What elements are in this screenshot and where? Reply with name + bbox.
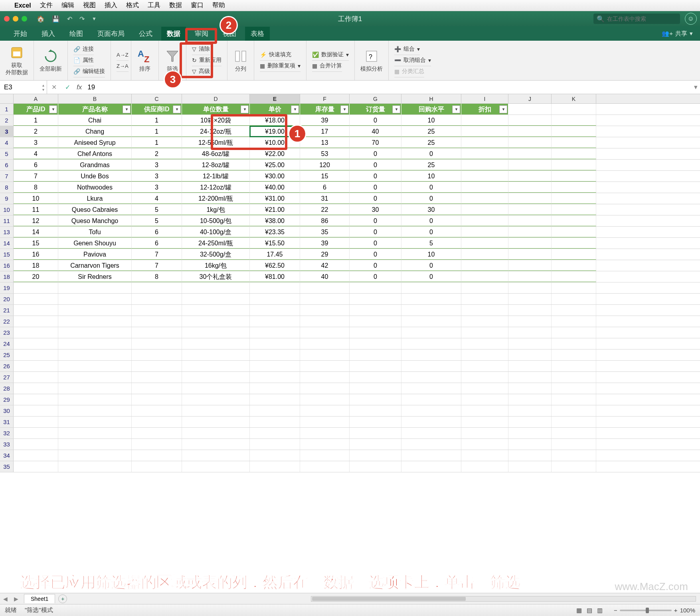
filter-dropdown-icon[interactable]: ▾ — [173, 105, 181, 113]
view-layout-icon[interactable]: ▤ — [587, 607, 592, 614]
cell[interactable]: 0 — [401, 260, 461, 271]
row-hdr[interactable]: 8 — [0, 182, 14, 193]
cell[interactable] — [350, 405, 401, 416]
ribbon-subtotal[interactable]: ▦ 分类汇总 — [394, 66, 424, 77]
cell[interactable] — [14, 305, 58, 316]
cell[interactable]: 1kg/包 — [182, 204, 250, 215]
filter-dropdown-icon[interactable]: ▾ — [392, 105, 400, 113]
tab-insert[interactable]: 插入 — [36, 27, 61, 41]
cell[interactable] — [508, 461, 552, 472]
cell[interactable] — [461, 305, 508, 316]
cell[interactable]: 32-500g/盒 — [182, 249, 250, 260]
cell[interactable] — [461, 137, 508, 148]
filter-dropdown-icon[interactable]: ▾ — [452, 105, 460, 113]
cell[interactable] — [508, 394, 552, 405]
cell[interactable] — [250, 349, 300, 360]
cell[interactable] — [461, 405, 508, 416]
cell[interactable]: 0 — [350, 215, 401, 226]
zoom-value[interactable]: 100% — [680, 607, 695, 614]
cell[interactable] — [58, 405, 132, 416]
cell[interactable]: 1 — [132, 126, 182, 137]
cell[interactable] — [508, 148, 552, 159]
cell[interactable] — [508, 126, 552, 137]
cell[interactable] — [14, 450, 58, 461]
cell[interactable] — [350, 394, 401, 405]
ribbon-ungroup[interactable]: ➖ 取消组合 ▾ — [394, 55, 431, 66]
cell[interactable]: 10箱×20袋 — [182, 115, 250, 126]
cell[interactable] — [461, 260, 508, 271]
cell[interactable] — [250, 294, 300, 304]
ribbon-connections[interactable]: 🔗 连接 — [73, 44, 94, 55]
cell[interactable] — [250, 338, 300, 349]
cell[interactable]: 14 — [14, 227, 58, 237]
cell[interactable] — [461, 394, 508, 405]
expand-formula-bar-icon[interactable]: ▾ — [694, 83, 698, 91]
row-hdr[interactable]: 7 — [0, 171, 14, 182]
cell[interactable] — [250, 439, 300, 450]
cell[interactable] — [461, 215, 508, 226]
cell[interactable] — [250, 327, 300, 338]
menu-data[interactable]: 数据 — [169, 1, 182, 10]
cell[interactable] — [350, 327, 401, 338]
row-hdr[interactable]: 32 — [0, 428, 14, 438]
cell[interactable] — [508, 383, 552, 394]
cell[interactable] — [461, 428, 508, 438]
app-name[interactable]: Excel — [14, 2, 31, 9]
cell[interactable] — [552, 137, 596, 148]
cell[interactable] — [250, 461, 300, 472]
cell[interactable] — [182, 450, 250, 461]
cell[interactable] — [508, 294, 552, 304]
cell[interactable] — [350, 294, 401, 304]
cell[interactable]: 3 — [132, 160, 182, 170]
cell[interactable] — [508, 249, 552, 260]
cell[interactable] — [461, 115, 508, 126]
row-hdr[interactable]: 2 — [0, 115, 14, 126]
cell[interactable] — [461, 126, 508, 137]
cell[interactable] — [350, 450, 401, 461]
row-hdr[interactable]: 16 — [0, 260, 14, 271]
cell[interactable]: 48-6oz/罐 — [182, 148, 250, 159]
cell[interactable]: 16kg/包 — [182, 260, 250, 271]
cell[interactable] — [401, 405, 461, 416]
cell[interactable] — [14, 316, 58, 327]
cell[interactable]: 6 — [132, 227, 182, 237]
cell[interactable]: ¥22.00 — [250, 148, 300, 159]
cell[interactable] — [14, 282, 58, 293]
cell[interactable]: Queso Cabraies — [58, 204, 132, 215]
table-header[interactable]: 库存量▾ — [300, 104, 350, 115]
cell[interactable] — [508, 115, 552, 126]
cell[interactable] — [58, 361, 132, 371]
cell[interactable]: ¥38.00 — [250, 215, 300, 226]
cell[interactable] — [250, 282, 300, 293]
cell[interactable]: 39 — [300, 238, 350, 249]
cell[interactable] — [14, 439, 58, 450]
minimize-window-button[interactable] — [13, 16, 18, 22]
cell[interactable] — [508, 260, 552, 271]
cell[interactable] — [58, 349, 132, 360]
cell[interactable]: 22 — [300, 204, 350, 215]
cell[interactable]: ¥18.00 — [250, 115, 300, 126]
row-hdr[interactable]: 22 — [0, 316, 14, 327]
cell[interactable] — [14, 461, 58, 472]
cell[interactable]: ¥40.00 — [250, 182, 300, 193]
cell[interactable]: 3 — [132, 182, 182, 193]
tab-formula[interactable]: 公式 — [133, 27, 158, 41]
cell[interactable]: Aniseed Syrup — [58, 137, 132, 148]
menu-file[interactable]: 文件 — [40, 1, 53, 10]
cell[interactable]: ¥25.00 — [250, 160, 300, 170]
col-A[interactable]: A — [14, 94, 58, 103]
cell[interactable] — [182, 294, 250, 304]
home-icon[interactable]: 🏠 — [37, 15, 45, 23]
cell[interactable]: 0 — [401, 271, 461, 282]
cell[interactable] — [58, 461, 132, 472]
cell[interactable] — [350, 316, 401, 327]
cell[interactable] — [508, 361, 552, 371]
cell[interactable] — [14, 338, 58, 349]
row-hdr[interactable]: 10 — [0, 204, 14, 215]
cell[interactable]: Chef Antons — [58, 148, 132, 159]
cell[interactable] — [58, 383, 132, 394]
cell[interactable] — [552, 182, 596, 193]
row-hdr[interactable]: 30 — [0, 405, 14, 416]
cell[interactable] — [552, 383, 596, 394]
row-hdr[interactable]: 31 — [0, 417, 14, 427]
